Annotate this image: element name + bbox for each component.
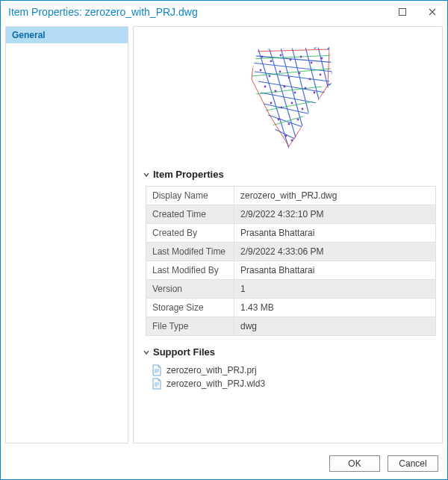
button-label: OK [348,458,361,469]
svg-point-25 [301,108,303,110]
svg-point-24 [290,102,293,105]
thumbnail-container [143,33,433,166]
svg-point-19 [293,92,296,94]
svg-point-10 [268,75,270,78]
item-properties-table: Display Namezerozero_with_PRJ.dwg Create… [146,186,436,336]
svg-point-5 [289,59,291,61]
prop-key: Last Modified By [146,261,234,280]
maximize-icon [399,8,406,16]
list-item[interactable]: zerozero_with_PRJ.wld3 [152,377,433,390]
prop-key: Display Name [146,187,234,205]
file-name: zerozero_with_PRJ.prj [167,365,257,375]
svg-point-8 [320,57,323,60]
titlebar: Item Properties: zerozero_with_PRJ.dwg [1,1,447,23]
dwg-thumbnail [217,40,359,152]
prop-value: 1 [234,280,436,299]
table-row: Created Time2/9/2022 4:32:10 PM [146,205,436,224]
file-name: zerozero_with_PRJ.wld3 [167,378,265,389]
prop-key: Last Modifed Time [146,243,234,261]
table-row: Last Modified ByPrasanta Bhattarai [146,261,436,280]
prop-key: Created By [146,224,234,243]
svg-point-20 [304,87,306,90]
table-row: File Typedwg [146,317,436,336]
ok-button[interactable]: OK [329,455,380,472]
prop-value: 2/9/2022 4:33:06 PM [234,243,436,261]
section-header-support-files[interactable]: Support Files [143,346,433,358]
prop-value: 1.43 MB [234,299,436,317]
svg-point-18 [283,86,285,88]
svg-point-13 [298,72,300,75]
svg-point-12 [287,77,290,79]
prop-key: Created Time [146,205,234,224]
svg-point-2 [261,56,263,58]
svg-point-6 [299,56,302,58]
sidebar: General [5,26,128,443]
dialog-footer: OK Cancel [1,448,447,479]
chevron-down-icon [143,172,150,178]
svg-point-11 [279,71,281,73]
prop-value: Prasanta Bhattarai [234,261,436,280]
maximize-button[interactable] [388,1,417,23]
svg-point-3 [270,60,272,63]
svg-point-7 [310,62,312,64]
svg-point-22 [270,102,272,105]
cancel-button[interactable]: Cancel [388,455,438,472]
table-row: Version1 [146,280,436,299]
svg-point-26 [277,119,279,121]
svg-point-15 [319,74,321,76]
file-icon [152,378,162,390]
support-files-list: zerozero_with_PRJ.prj zerozero_with_PRJ.… [143,362,433,390]
close-icon [429,8,436,16]
svg-point-27 [287,123,290,125]
svg-point-21 [313,92,315,94]
section-title: Item Properties [153,169,224,180]
dialog-body: General [1,23,447,448]
button-label: Cancel [399,458,426,469]
prop-value: zerozero_with_PRJ.dwg [234,187,436,205]
sidebar-item-label: General [12,30,46,40]
list-item[interactable]: zerozero_with_PRJ.prj [152,364,433,377]
prop-value: dwg [234,317,436,336]
prop-value: Prasanta Bhattarai [234,224,436,243]
close-button[interactable] [417,1,447,23]
svg-point-16 [264,86,266,88]
svg-point-30 [290,140,293,142]
prop-key: Version [146,280,234,299]
table-row: Display Namezerozero_with_PRJ.dwg [146,187,436,205]
table-row: Last Modifed Time2/9/2022 4:33:06 PM [146,243,436,261]
file-icon [152,364,162,376]
prop-key: Storage Size [146,299,234,317]
content-pane: Item Properties Display Namezerozero_wit… [133,26,443,443]
svg-point-4 [279,54,281,57]
section-header-item-properties[interactable]: Item Properties [143,169,433,180]
svg-point-9 [259,69,261,72]
prop-key: File Type [146,317,234,336]
prop-value: 2/9/2022 4:32:10 PM [234,205,436,224]
sidebar-item-general[interactable]: General [6,27,128,43]
section-title: Support Files [153,346,215,358]
chevron-down-icon [143,349,150,355]
table-row: Storage Size1.43 MB [146,299,436,317]
svg-point-14 [308,78,311,81]
svg-point-28 [296,119,299,121]
window-title: Item Properties: zerozero_with_PRJ.dwg [8,6,388,18]
svg-rect-0 [399,9,406,16]
table-row: Created ByPrasanta Bhattarai [146,224,436,243]
svg-point-29 [284,135,287,137]
svg-point-17 [274,90,276,93]
svg-point-23 [280,107,282,109]
